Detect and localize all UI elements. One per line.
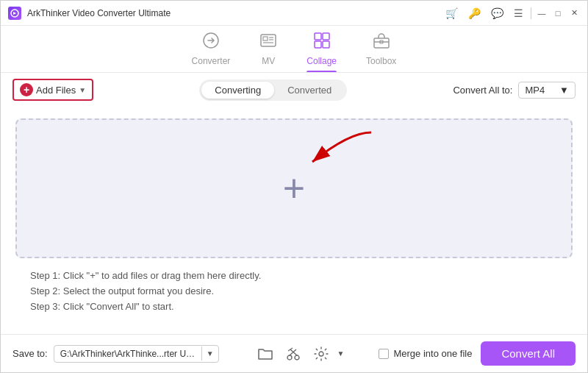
tab-toolbox-label: Toolbox xyxy=(366,56,396,66)
save-path: G:\ArkThinker\ArkThinke...rter Ultimate\… xyxy=(54,345,219,363)
divider xyxy=(531,7,531,19)
toolbar: + Add Files ▼ Converting Converted Conve… xyxy=(1,73,587,107)
tab-collage-label: Collage xyxy=(306,56,337,66)
converting-tabs: Converting Converted xyxy=(199,79,347,101)
instruction-step1: Step 1: Click "+" to add files or drag t… xyxy=(30,270,558,281)
svg-point-16 xyxy=(295,355,299,360)
plus-circle-icon: + xyxy=(20,83,33,96)
bottom-bar: Save to: G:\ArkThinker\ArkThinke...rter … xyxy=(1,334,587,372)
app-icon xyxy=(8,7,21,20)
converting-tab[interactable]: Converting xyxy=(201,82,274,99)
svg-rect-10 xyxy=(323,41,329,48)
tab-collage[interactable]: Collage xyxy=(306,32,337,72)
converted-tab[interactable]: Converted xyxy=(274,82,345,99)
drop-zone[interactable]: + xyxy=(15,118,573,258)
save-path-dropdown[interactable]: ▼ xyxy=(201,347,218,360)
merge-checkbox[interactable]: Merge into one file xyxy=(379,348,472,359)
save-path-text: G:\ArkThinker\ArkThinke...rter Ultimate\… xyxy=(54,346,201,362)
format-value: MP4 xyxy=(525,85,545,96)
tab-toolbox[interactable]: Toolbox xyxy=(366,32,396,72)
collage-icon xyxy=(313,32,331,53)
instruction-step2: Step 2: Select the output format you des… xyxy=(30,285,558,296)
add-files-label: Add Files xyxy=(36,85,76,96)
toolbox-icon xyxy=(373,32,390,53)
convert-all-button[interactable]: Convert All xyxy=(481,341,576,366)
instruction-step3: Step 3: Click "Convert All" to start. xyxy=(30,301,558,312)
svg-point-15 xyxy=(287,355,292,360)
bottom-right: Merge into one file Convert All xyxy=(379,341,576,366)
titlebar-controls: 🛒 🔑 💬 ☰ — □ ✕ xyxy=(442,6,580,21)
key-icon[interactable]: 🔑 xyxy=(465,6,484,21)
red-arrow xyxy=(290,129,379,180)
tab-mv-label: MV xyxy=(262,56,275,66)
format-dropdown-icon: ▼ xyxy=(559,85,569,96)
cart-icon[interactable]: 🛒 xyxy=(442,6,461,21)
bottom-icons: ▼ xyxy=(254,342,345,366)
merge-label: Merge into one file xyxy=(393,348,472,359)
dropdown-arrow-icon: ▼ xyxy=(79,86,86,94)
convert-all-to-label: Convert All to: xyxy=(453,85,512,96)
close-button[interactable]: ✕ xyxy=(568,7,580,19)
titlebar: ArkThinker Video Converter Ultimate 🛒 🔑 … xyxy=(1,1,587,26)
chat-icon[interactable]: 💬 xyxy=(488,6,506,21)
main-content: + Step 1: Click "+" to add files or drag… xyxy=(1,107,587,334)
settings-icon-button[interactable] xyxy=(309,342,333,366)
cut-icon-button[interactable] xyxy=(282,342,305,366)
nav-tabs: Converter MV Collage xyxy=(1,26,587,73)
convert-all-to: Convert All to: MP4 ▼ xyxy=(453,82,576,99)
mv-icon xyxy=(259,32,277,53)
instructions: Step 1: Click "+" to add files or drag t… xyxy=(15,258,573,322)
settings-dropdown-icon[interactable]: ▼ xyxy=(337,349,345,358)
save-to-label: Save to: xyxy=(12,348,48,359)
svg-rect-7 xyxy=(315,33,321,40)
svg-point-20 xyxy=(319,352,323,356)
titlebar-left: ArkThinker Video Converter Ultimate xyxy=(8,7,171,20)
maximize-button[interactable]: □ xyxy=(552,7,564,19)
svg-rect-3 xyxy=(263,37,268,40)
svg-rect-8 xyxy=(323,33,329,40)
tab-converter[interactable]: Converter xyxy=(192,32,231,72)
folder-icon-button[interactable] xyxy=(254,342,277,366)
tab-converter-label: Converter xyxy=(192,56,231,66)
save-to: Save to: G:\ArkThinker\ArkThinke...rter … xyxy=(12,345,219,363)
svg-rect-9 xyxy=(315,41,321,48)
menu-icon[interactable]: ☰ xyxy=(511,6,526,21)
converter-icon xyxy=(202,32,220,53)
app-title: ArkThinker Video Converter Ultimate xyxy=(27,8,171,18)
tab-mv[interactable]: MV xyxy=(259,32,277,72)
merge-checkbox-input[interactable] xyxy=(379,349,389,359)
format-select[interactable]: MP4 ▼ xyxy=(518,82,576,99)
add-files-button[interactable]: + Add Files ▼ xyxy=(12,79,93,101)
minimize-button[interactable]: — xyxy=(536,7,548,19)
